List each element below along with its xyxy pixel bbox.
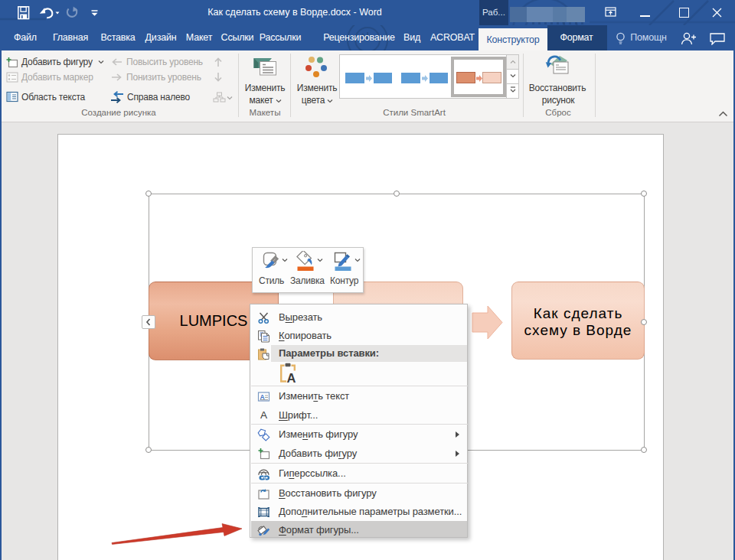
svg-text:A: A <box>260 393 265 401</box>
svg-text:A: A <box>287 371 296 384</box>
